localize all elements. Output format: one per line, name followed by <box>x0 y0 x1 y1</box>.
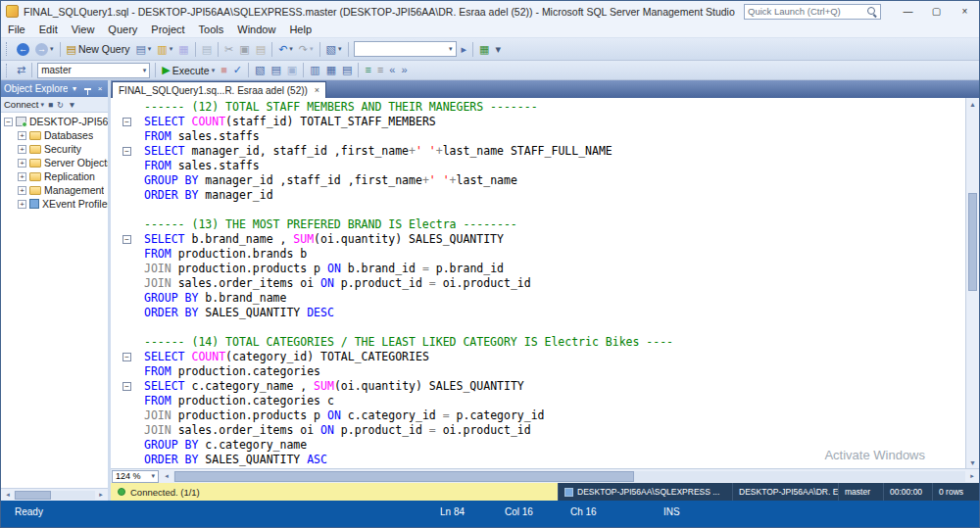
estimated-plan-icon[interactable]: ▧ <box>252 64 268 76</box>
activity-monitor-icon[interactable]: ▦ <box>476 43 492 56</box>
scroll-up-icon[interactable]: ▲ <box>966 98 979 110</box>
code-editor[interactable]: ------ (12) TOTAL STAFF MEMBERS AND THEI… <box>111 98 979 468</box>
collapse-icon[interactable]: − <box>4 118 13 126</box>
tab-close-icon[interactable]: × <box>315 85 319 95</box>
code-line[interactable]: FROM sales.staffs <box>111 159 965 173</box>
code-line[interactable]: ORDER BY SALES_QUANTITY DESC <box>111 306 965 320</box>
chevron-down-icon[interactable]: ▾ <box>170 45 173 53</box>
chevron-down-icon[interactable]: ▾ <box>143 67 147 74</box>
close-button[interactable]: × <box>951 2 979 22</box>
expand-icon[interactable]: + <box>18 159 26 168</box>
code-line[interactable]: ------ (13) THE MOST PREFERED BRAND IS E… <box>111 217 965 232</box>
nav-back-icon[interactable]: ← <box>14 42 32 57</box>
fold-collapse-icon[interactable]: − <box>122 353 131 361</box>
quick-launch-box[interactable] <box>744 4 881 20</box>
scroll-down-icon[interactable]: ▼ <box>966 456 979 468</box>
chevron-down-icon[interactable]: ▾ <box>148 45 152 53</box>
code-line[interactable]: FROM production.categories c <box>111 394 965 408</box>
code-line[interactable] <box>111 320 965 335</box>
menu-window[interactable]: Window <box>230 22 282 37</box>
chevron-down-icon[interactable]: ▾ <box>310 45 314 53</box>
expand-icon[interactable]: + <box>18 131 26 140</box>
change-connection-icon[interactable]: ⇄ <box>14 64 28 76</box>
code-line[interactable]: JOIN sales.order_items oi ON p.product_i… <box>111 276 965 291</box>
open-file-icon[interactable]: ▥▾ <box>154 43 175 56</box>
expand-icon[interactable]: + <box>18 172 26 181</box>
chevron-down-icon[interactable]: ▾ <box>449 45 453 53</box>
menu-edit[interactable]: Edit <box>32 22 65 37</box>
undo-icon[interactable]: ↶▾ <box>275 43 296 56</box>
object-explorer-hscrollbar[interactable]: ◂ ▸ <box>1 488 108 501</box>
zoom-dropdown[interactable]: 124 % ▾ <box>112 470 159 483</box>
chevron-down-icon[interactable]: ▾ <box>212 67 216 74</box>
pin-icon[interactable] <box>82 84 92 94</box>
close-icon[interactable]: × <box>95 84 105 94</box>
hscroll-track[interactable] <box>173 471 965 482</box>
tree-item-databases[interactable]: +Databases <box>1 128 108 142</box>
stop-icon[interactable]: ■ <box>48 100 53 110</box>
filter-icon[interactable]: ▼ <box>68 100 75 110</box>
code-line[interactable] <box>111 203 965 217</box>
toolbar-options-icon[interactable]: ▾ <box>492 43 504 56</box>
scroll-right-icon[interactable]: ▸ <box>95 491 107 499</box>
code-line[interactable]: GROUP BY manager_id ,staff_id ,first_nam… <box>111 173 965 188</box>
window-position-icon[interactable]: ▾ <box>70 84 79 94</box>
new-query-button[interactable]: ▤New Query <box>64 42 133 56</box>
execute-button[interactable]: ▶Execute▾ <box>159 64 218 77</box>
fold-collapse-icon[interactable]: − <box>122 235 131 244</box>
code-line[interactable]: −SELECT COUNT(staff_id) TOTALT_STAFF_MEM… <box>111 115 965 129</box>
code-line[interactable]: ------ (12) TOTAL STAFF MEMBERS AND THEI… <box>111 100 965 115</box>
intellisense-icon[interactable]: ▣ <box>284 64 300 76</box>
new-file-icon[interactable]: ▤▾ <box>132 43 154 56</box>
expand-icon[interactable]: + <box>18 145 26 154</box>
menu-file[interactable]: File <box>1 22 32 37</box>
vscroll-track[interactable] <box>966 110 979 456</box>
code-line[interactable]: −SELECT manager_id, staff_id ,first_name… <box>111 144 965 159</box>
code-line[interactable]: −SELECT c.category_name , SUM(oi.quantit… <box>111 379 965 394</box>
refresh-icon[interactable]: ↻ <box>57 100 64 110</box>
code-line[interactable]: ORDER BY manager_id <box>111 188 965 203</box>
oe-hscroll-track[interactable] <box>14 491 95 500</box>
menu-project[interactable]: Project <box>144 22 191 37</box>
code-line[interactable]: ------ (14) TOTAL CATEGORIES / THE LEAST… <box>111 335 965 350</box>
print-icon[interactable]: ▤ <box>199 43 215 56</box>
fold-collapse-icon[interactable]: − <box>122 382 131 391</box>
menu-view[interactable]: View <box>65 22 102 37</box>
paste-icon[interactable]: ▤ <box>253 43 269 56</box>
oe-hscroll-thumb[interactable] <box>15 491 51 500</box>
menu-help[interactable]: Help <box>282 22 318 37</box>
generate-script-icon[interactable]: ▧▾ <box>323 43 345 56</box>
chevron-down-icon[interactable]: ▾ <box>289 45 293 53</box>
maximize-button[interactable]: ▢ <box>922 2 951 22</box>
tree-item-xevent-profiler[interactable]: +XEvent Profiler <box>1 197 108 211</box>
code-line[interactable]: JOIN production.products p ON c.category… <box>111 408 965 423</box>
chevron-down-icon[interactable]: ▾ <box>338 45 342 53</box>
parse-icon[interactable]: ✓ <box>230 64 245 76</box>
find-next-icon[interactable]: ▸ <box>459 43 470 56</box>
results-to-grid-icon[interactable]: ▦ <box>323 64 339 76</box>
uncomment-selection-icon[interactable]: ≡ <box>374 64 386 76</box>
cancel-query-icon[interactable]: ■ <box>218 64 230 76</box>
code-line[interactable]: −SELECT COUNT(category_id) TOTAL_CATEGOR… <box>111 350 965 364</box>
editor-vscrollbar[interactable]: ▲ ▼ <box>965 98 979 468</box>
comment-selection-icon[interactable]: ≡ <box>362 64 373 76</box>
fold-collapse-icon[interactable]: − <box>122 118 131 126</box>
hscroll-thumb[interactable] <box>174 471 634 482</box>
save-icon[interactable]: ▦ <box>175 43 191 56</box>
results-to-text-icon[interactable]: ▥ <box>307 64 322 76</box>
tree-item-desktop-jpi56aa[interactable]: −DESKTOP-JPI56AA\... <box>1 115 108 128</box>
vscroll-thumb[interactable] <box>968 193 977 291</box>
object-explorer-header[interactable]: Object Explorer ▾× <box>1 80 108 97</box>
fold-collapse-icon[interactable]: − <box>122 147 131 156</box>
scroll-left-icon[interactable]: ◂ <box>161 472 172 480</box>
tab-final-sqlquery1[interactable]: FINAL_SQLQuery1.sq...R. Esraa adel (52))… <box>112 81 326 98</box>
copy-icon[interactable]: ▣ <box>236 43 252 56</box>
tree-item-management[interactable]: +Management <box>1 183 108 197</box>
results-to-file-icon[interactable]: ▤ <box>339 64 355 76</box>
menu-query[interactable]: Query <box>101 22 144 37</box>
code-line[interactable]: FROM production.categories <box>111 364 965 379</box>
code-line[interactable]: FROM sales.staffs <box>111 129 965 144</box>
code-line[interactable]: JOIN sales.order_items oi ON p.product_i… <box>111 423 965 438</box>
nav-forward-icon[interactable]: →▾ <box>32 42 57 57</box>
menu-tools[interactable]: Tools <box>192 22 231 37</box>
